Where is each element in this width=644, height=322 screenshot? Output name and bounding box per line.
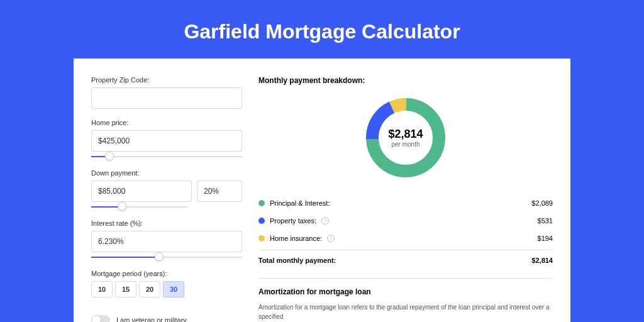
legend-row: Property taxes:?$531 — [258, 212, 553, 230]
home-price-input[interactable] — [91, 130, 242, 152]
legend-dot — [258, 235, 265, 242]
down-payment-pct-input[interactable] — [197, 180, 242, 202]
amortization-text: Amortization for a mortgage loan refers … — [258, 303, 553, 321]
down-payment-field: Down payment: — [91, 169, 242, 209]
zip-label: Property Zip Code: — [91, 76, 242, 84]
interest-input[interactable] — [91, 231, 242, 252]
period-button-10[interactable]: 10 — [91, 281, 113, 297]
input-panel: Property Zip Code: Home price: Down paym… — [91, 76, 242, 322]
period-button-20[interactable]: 20 — [139, 281, 160, 297]
breakdown-title: Monthly payment breakdown: — [258, 76, 553, 85]
veteran-toggle[interactable] — [91, 315, 110, 322]
legend-label: Property taxes: — [270, 217, 316, 225]
home-price-label: Home price: — [91, 119, 242, 126]
calculator-card: Property Zip Code: Home price: Down paym… — [74, 58, 570, 322]
help-icon[interactable]: ? — [321, 217, 329, 225]
total-label: Total monthly payment: — [258, 257, 336, 264]
period-label: Mortgage period (years): — [91, 270, 242, 277]
legend-dot — [258, 200, 265, 206]
down-payment-label: Down payment: — [91, 169, 242, 177]
home-price-slider[interactable] — [91, 154, 242, 159]
total-value: $2,814 — [531, 257, 553, 264]
amortization-title: Amortization for mortgage loan — [258, 287, 553, 296]
breakdown-panel: Monthly payment breakdown: $2,814 per mo… — [258, 76, 553, 322]
zip-field: Property Zip Code: — [91, 76, 242, 109]
toggle-thumb — [92, 316, 101, 322]
help-icon[interactable]: ? — [327, 235, 335, 242]
interest-label: Interest rate (%): — [91, 219, 242, 227]
veteran-label: I am veteran or military — [116, 316, 187, 322]
interest-field: Interest rate (%): — [91, 219, 242, 260]
zip-input[interactable] — [91, 87, 242, 109]
slider-thumb[interactable] — [155, 252, 164, 261]
down-payment-input[interactable] — [91, 180, 192, 202]
legend-row: Home insurance:?$194 — [258, 230, 553, 247]
legend-value: $2,089 — [531, 199, 553, 207]
total-row: Total monthly payment: $2,814 — [258, 250, 553, 270]
legend-label: Principal & Interest: — [270, 199, 330, 207]
period-button-15[interactable]: 15 — [115, 281, 136, 297]
home-price-field: Home price: — [91, 119, 242, 159]
down-payment-slider[interactable] — [91, 204, 188, 209]
legend-row: Principal & Interest:$2,089 — [258, 194, 553, 212]
amortization-section: Amortization for mortgage loan Amortizat… — [258, 278, 553, 321]
interest-slider[interactable] — [91, 255, 242, 260]
veteran-row: I am veteran or military — [91, 315, 242, 322]
slider-thumb[interactable] — [118, 202, 126, 211]
donut-sub: per month — [391, 141, 419, 148]
legend-value: $194 — [538, 235, 553, 242]
slider-thumb[interactable] — [105, 152, 114, 160]
legend-dot — [258, 218, 265, 224]
donut-chart: $2,814 per month — [258, 94, 553, 182]
page-title: Garfield Mortgage Calculator — [0, 0, 644, 58]
legend-label: Home insurance: — [270, 235, 322, 242]
donut-amount: $2,814 — [388, 128, 423, 141]
period-field: Mortgage period (years): 10152030 — [91, 270, 242, 297]
legend-value: $531 — [538, 217, 553, 225]
period-button-30[interactable]: 30 — [163, 281, 184, 297]
